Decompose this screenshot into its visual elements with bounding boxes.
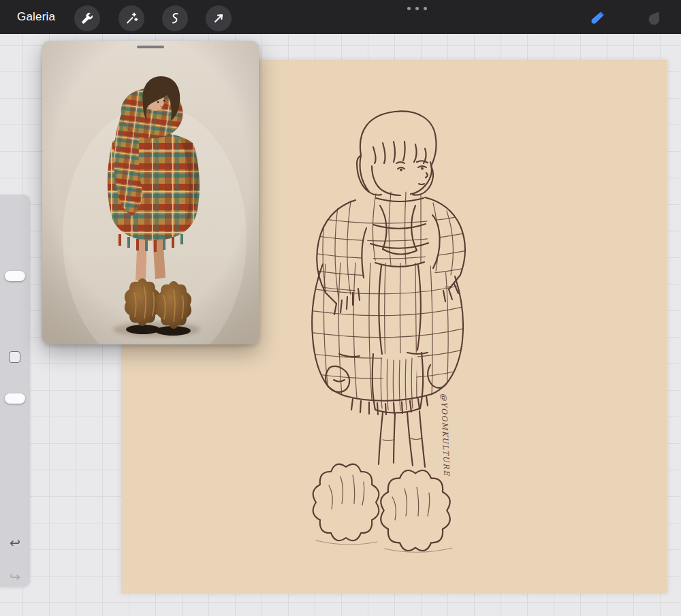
transform-arrow-icon bbox=[212, 12, 225, 25]
reference-drag-handle[interactable] bbox=[137, 46, 164, 48]
adjustments-button[interactable] bbox=[118, 5, 144, 31]
sidebar: ↩ ↪ bbox=[0, 195, 30, 587]
multitask-indicator[interactable] bbox=[407, 7, 427, 10]
artist-signature: @YOOMKULTURE bbox=[439, 393, 451, 477]
reference-panel[interactable] bbox=[42, 41, 259, 344]
right-eye-pupil bbox=[421, 167, 424, 170]
procreate-window: @YOOMKULTURE ↩ ↪ bbox=[0, 0, 681, 616]
gallery-button[interactable]: Galeria bbox=[17, 0, 55, 34]
coat-plaid-grid bbox=[309, 263, 466, 402]
actions-button[interactable] bbox=[74, 5, 100, 31]
undo-icon: ↩ bbox=[10, 536, 20, 550]
wrench-icon bbox=[80, 12, 94, 25]
smudge-icon bbox=[647, 10, 663, 26]
redo-button[interactable]: ↪ bbox=[0, 569, 30, 585]
brush-icon bbox=[590, 11, 605, 26]
selection-button[interactable] bbox=[162, 5, 188, 31]
scarf-plaid-grid bbox=[313, 192, 467, 302]
opacity-slider-handle[interactable] bbox=[5, 393, 25, 404]
left-eye-pupil bbox=[400, 169, 402, 172]
transform-button[interactable] bbox=[206, 5, 232, 31]
smudge-tool-button[interactable] bbox=[641, 4, 669, 31]
adjustments-wand-icon bbox=[125, 12, 138, 25]
undo-button[interactable]: ↩ bbox=[0, 535, 30, 551]
redo-icon: ↪ bbox=[10, 570, 20, 584]
selection-s-icon bbox=[168, 12, 182, 25]
top-toolbar: Galeria bbox=[0, 0, 681, 34]
brush-size-slider-handle[interactable] bbox=[5, 271, 25, 281]
modify-button[interactable] bbox=[9, 351, 20, 363]
reference-photo bbox=[42, 41, 259, 344]
paint-tool-button[interactable] bbox=[584, 5, 610, 31]
